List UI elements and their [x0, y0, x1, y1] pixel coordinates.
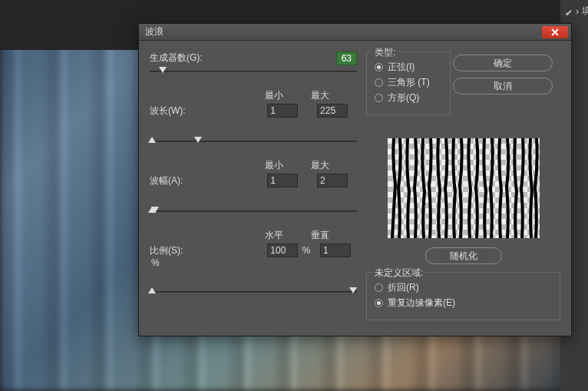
- pct-label: %: [151, 257, 160, 268]
- pct-label: %: [302, 245, 311, 256]
- close-icon: [551, 28, 559, 36]
- amplitude-slider[interactable]: [150, 204, 357, 218]
- type-sine-radio[interactable]: 正弦(I): [375, 61, 442, 74]
- check-icon: ✔: [565, 8, 573, 15]
- dialog-title: 波浪: [142, 25, 542, 38]
- generators-value[interactable]: 63: [336, 51, 357, 65]
- type-triangle-radio[interactable]: 三角形 (T): [375, 76, 442, 89]
- layer-label: 填充: [582, 5, 588, 18]
- titlebar[interactable]: 波浪: [139, 24, 571, 41]
- type-fieldset: 类型: 正弦(I) 三角形 (T) 方形(Q): [366, 51, 451, 115]
- type-square-radio[interactable]: 方形(Q): [375, 91, 442, 104]
- repeat-radio[interactable]: 重复边缘像素(E): [375, 297, 552, 310]
- cancel-button[interactable]: 取消: [453, 78, 553, 94]
- min-label: 最小: [265, 89, 283, 102]
- wavelength-min-input[interactable]: [267, 104, 298, 118]
- amplitude-label: 波幅(A):: [150, 174, 208, 187]
- max-label: 最大: [311, 159, 329, 172]
- type-legend: 类型:: [372, 46, 398, 59]
- chevron-icon: ›: [576, 6, 579, 17]
- preview: [388, 138, 540, 238]
- randomize-button[interactable]: 随机化: [425, 247, 502, 264]
- generators-label: 生成器数(G):: [150, 51, 208, 65]
- ok-button[interactable]: 确定: [453, 55, 553, 71]
- wavelength-label: 波长(W):: [150, 104, 208, 118]
- undefined-fieldset: 未定义区域: 折回(R) 重复边缘像素(E): [366, 272, 560, 320]
- layer-item[interactable]: ✔ › 填充: [563, 3, 585, 19]
- amplitude-min-input[interactable]: [267, 174, 298, 187]
- undefined-legend: 未定义区域:: [372, 267, 426, 280]
- wrap-radio[interactable]: 折回(R): [375, 281, 552, 294]
- amplitude-max-input[interactable]: [317, 174, 348, 187]
- generators-slider[interactable]: [150, 65, 357, 78]
- horiz-label: 水平: [265, 229, 283, 242]
- scale-horiz-input[interactable]: [267, 244, 298, 257]
- min-label: 最小: [265, 159, 283, 172]
- scale-vert-input[interactable]: [320, 244, 351, 257]
- scale-label: 比例(S):: [150, 244, 208, 257]
- scale-slider[interactable]: [150, 285, 357, 299]
- max-label: 最大: [311, 89, 329, 102]
- close-button[interactable]: [542, 26, 568, 38]
- wavelength-slider[interactable]: [150, 134, 357, 148]
- wavelength-max-input[interactable]: [317, 104, 348, 118]
- vert-label: 垂直: [311, 229, 329, 242]
- wave-dialog: 波浪 生成器数(G): 63 最小 最大 波长(W):: [138, 23, 572, 336]
